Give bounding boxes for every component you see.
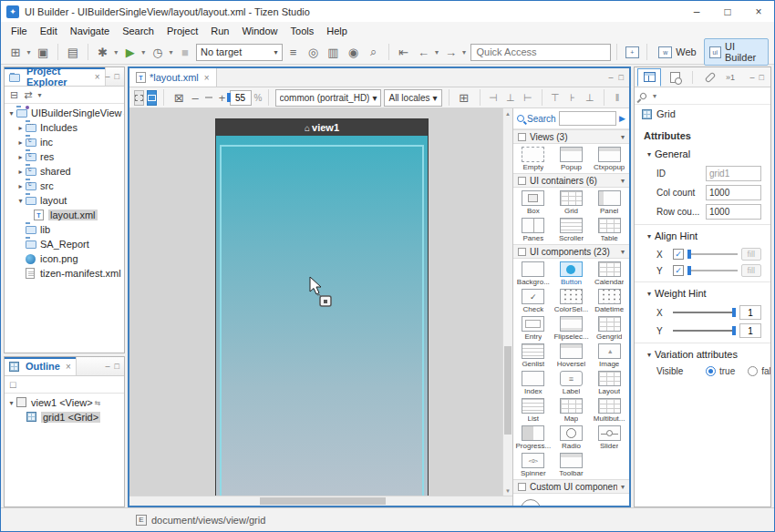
new-project-dropdown-icon[interactable]: ▾ (26, 48, 32, 56)
weight-y-slider[interactable] (673, 325, 736, 336)
collapse-section-icon[interactable]: ▾ (621, 248, 625, 256)
maximize-view-button[interactable]: □ (760, 73, 764, 82)
view-background[interactable] (216, 136, 428, 496)
expander-icon[interactable]: ▸ (16, 153, 26, 161)
canvas-vertical-scrollbar[interactable]: ▲ ▼ (502, 108, 512, 496)
close-icon[interactable]: × (66, 362, 71, 372)
zoom-slider[interactable] (205, 97, 212, 98)
menu-help[interactable]: Help (320, 24, 354, 38)
collapse-section-icon[interactable]: ▾ (621, 133, 625, 141)
tab-outline[interactable]: Outline × (5, 357, 77, 375)
palette-item-gengrid[interactable]: Gengrid (590, 316, 628, 341)
horizontal-scroll-thumb[interactable] (260, 497, 387, 505)
distribute-horizontal-button[interactable]: ‖ (610, 92, 625, 103)
palette-item-map[interactable]: Map (553, 398, 591, 423)
save-all-button[interactable]: ▣ (34, 43, 52, 61)
menu-file[interactable]: File (5, 24, 34, 38)
forward-button[interactable]: → (441, 43, 460, 61)
section-variation-attributes[interactable]: ▾ Variation attributes (635, 347, 770, 363)
palette-item-radio[interactable]: Radio (553, 425, 591, 450)
palette-item-empty[interactable]: Empty (514, 147, 553, 171)
align-top-button[interactable]: ⊤ (548, 92, 563, 104)
last-edit-location-button[interactable]: ⇤ (394, 43, 412, 61)
palette-section-containers[interactable]: UI containers (6) ▾ (513, 173, 629, 188)
add-custom-component-button[interactable]: + (521, 499, 541, 506)
tab-layout-xml[interactable]: T *layout.xml × (129, 68, 217, 87)
collapse-all-button[interactable]: ⊟ (10, 89, 18, 101)
section-align-hint[interactable]: ▾ Align Hint (635, 229, 770, 244)
view-menu-button[interactable]: ▾ (37, 91, 41, 99)
tree-item-tizen-manifest[interactable]: tizen-manifest.xml (5, 266, 124, 281)
zoom-out-button[interactable]: – (191, 88, 200, 107)
connection-list-button[interactable]: ≡ (284, 43, 303, 61)
palette-item-calendar[interactable]: Calendar (590, 261, 628, 286)
outline-tool-button[interactable]: □ (10, 379, 16, 390)
expander-icon[interactable]: ▸ (16, 182, 26, 190)
grid-selection-outline[interactable] (220, 145, 424, 496)
menu-run[interactable]: Run (204, 24, 235, 38)
ui-builder-perspective-button[interactable]: ui UI Builder (704, 38, 769, 66)
new-project-button[interactable]: ⊞ (6, 43, 25, 61)
canvas-horizontal-scrollbar[interactable] (129, 496, 512, 506)
locale-select[interactable]: All locales ▾ (384, 89, 441, 107)
menu-window[interactable]: Window (235, 24, 284, 38)
zoom-slider-thumb[interactable] (227, 93, 231, 102)
palette-item-slider[interactable]: Slider (590, 425, 628, 450)
visible-true-radio[interactable]: true (706, 366, 735, 376)
palette-item-button[interactable]: Button (553, 261, 591, 286)
maximize-window-button[interactable]: □ (712, 1, 743, 22)
menu-search[interactable]: Search (116, 24, 160, 38)
palette-item-flipselector[interactable]: Flipselec... (553, 316, 591, 341)
palette-item-datetime[interactable]: Datetime (590, 289, 628, 313)
palette-item-spinner[interactable]: Spinner (514, 453, 553, 477)
profile-dropdown-icon[interactable]: ▾ (168, 48, 174, 56)
palette-item-entry[interactable]: Entry (514, 316, 553, 341)
package-manager-button[interactable]: ▥ (325, 43, 343, 61)
palette-search-input[interactable] (559, 111, 616, 126)
outline-item-grid1[interactable]: grid1 <Grid> (5, 410, 124, 425)
scroll-down-icon[interactable]: ▼ (505, 486, 511, 496)
tab-attributes[interactable] (637, 68, 661, 87)
align-bottom-button[interactable]: ⊥ (583, 92, 597, 104)
tab-resources[interactable] (698, 68, 722, 87)
collapse-section-icon[interactable]: ▾ (621, 483, 625, 491)
profile-resolution-select[interactable]: common (portrait_HD) ▾ (275, 89, 382, 107)
palette-section-custom[interactable]: Custom UI components (0) ▾ (513, 479, 629, 494)
tree-item-project[interactable]: ▾ UIBuilderSingleView - mobile-4.0 (5, 106, 124, 120)
minimize-editor-button[interactable]: – (609, 73, 614, 82)
tree-item-sa-report[interactable]: SA_Report (5, 237, 124, 251)
show-grid-button[interactable]: ⊞ (455, 88, 473, 107)
tab-preview[interactable] (663, 68, 687, 87)
debug-button[interactable]: ✱ (94, 43, 112, 61)
weight-x-slider[interactable] (673, 307, 736, 318)
design-canvas[interactable]: ⌂view1 (129, 108, 502, 496)
palette-item-panes[interactable]: Panes (514, 218, 553, 242)
search-files-button[interactable]: ⌕ (365, 43, 383, 61)
web-perspective-button[interactable]: w Web (653, 44, 701, 61)
expander-icon[interactable]: ▾ (6, 109, 16, 118)
tree-item-src[interactable]: ▸ src (5, 179, 124, 193)
col-count-input[interactable] (706, 185, 761, 200)
minimize-view-button[interactable]: – (750, 73, 755, 82)
align-center-horizontal-button[interactable]: ⊥ (503, 92, 518, 104)
forward-dropdown-icon[interactable]: ▾ (460, 48, 467, 56)
palette-section-components[interactable]: UI components (23) ▾ (513, 244, 629, 259)
palette-item-progressbar[interactable]: Progress... (514, 425, 553, 450)
palette-item-ctxpopup[interactable]: Ctxpopup (590, 147, 628, 171)
palette-item-colorselector[interactable]: ColorSel... (553, 289, 591, 313)
certificate-manager-button[interactable]: ◉ (345, 43, 363, 61)
menu-navigate[interactable]: Navigate (64, 24, 116, 38)
palette-item-label[interactable]: Label (553, 371, 591, 395)
link-with-editor-button[interactable]: ⇄ (24, 89, 32, 101)
align-y-checkbox[interactable]: ✓ (673, 265, 684, 276)
pin-dropdown-icon[interactable]: ▾ (653, 92, 656, 100)
palette-item-hoversel[interactable]: Hoversel (553, 343, 591, 368)
expander-icon[interactable]: ▾ (16, 197, 26, 205)
tree-item-icon-png[interactable]: icon.png (5, 251, 124, 266)
tree-item-includes[interactable]: ▸ Includes (5, 120, 124, 135)
tab-project-explorer[interactable]: Project Explorer × (5, 67, 106, 86)
run-dropdown-icon[interactable]: ▾ (140, 48, 147, 56)
quick-access-input[interactable] (470, 44, 611, 61)
section-general[interactable]: ▾ General (635, 147, 770, 162)
close-window-button[interactable]: × (743, 1, 774, 22)
